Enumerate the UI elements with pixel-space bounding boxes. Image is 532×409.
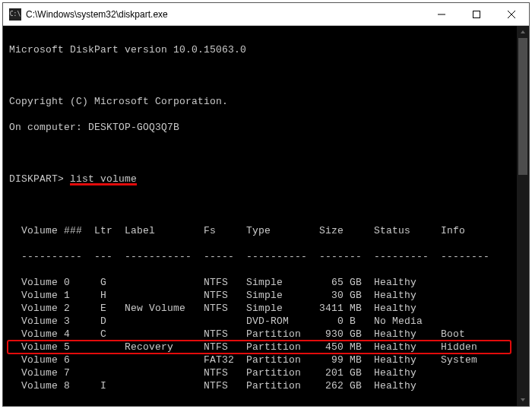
scroll-up-icon[interactable] (517, 26, 529, 38)
table-header: Volume ### Ltr Label Fs Type Size Status… (9, 224, 523, 237)
table-row: Volume 2 E New Volume NTFS Simple 3411 M… (9, 302, 523, 315)
cmd-list-volume: list volume (70, 173, 137, 185)
close-button[interactable] (494, 3, 529, 26)
blank (9, 198, 523, 211)
version-line: Microsoft DiskPart version 10.0.15063.0 (9, 43, 523, 56)
table-row: Volume 4 C NTFS Partition 930 GB Healthy… (9, 328, 523, 341)
table-row: Volume 3 D DVD-ROM 0 B No Media (9, 315, 523, 328)
vertical-scrollbar[interactable] (517, 26, 529, 406)
table-row: Volume 7 NTFS Partition 201 GB Healthy (9, 366, 523, 379)
prompt-list-volume: DISKPART> list volume (9, 173, 523, 185)
app-icon: C:\ (9, 8, 21, 21)
scroll-track[interactable] (517, 38, 529, 394)
maximize-button[interactable] (459, 3, 494, 26)
table-row: Volume 0 G NTFS Simple 65 GB Healthy (9, 276, 523, 289)
scroll-thumb[interactable] (518, 38, 527, 175)
window-title: C:\Windows\system32\diskpart.exe (26, 9, 168, 20)
titlebar[interactable]: C:\ C:\Windows\system32\diskpart.exe (3, 3, 529, 26)
blank (9, 405, 523, 406)
table-row: Volume 6 FAT32 Partition 99 MB Healthy S… (9, 354, 523, 366)
computer-line: On computer: DESKTOP-GOQ3Q7B (9, 121, 523, 134)
blank (9, 147, 523, 160)
blank (9, 69, 523, 82)
diskpart-window: C:\ C:\Windows\system32\diskpart.exe Mic… (2, 2, 530, 407)
scroll-down-icon[interactable] (517, 394, 529, 406)
copyright-line: Copyright (C) Microsoft Corporation. (9, 95, 523, 108)
table-row: Volume 1 H NTFS Simple 30 GB Healthy (9, 289, 523, 302)
svg-rect-1 (473, 11, 480, 17)
table-divider: ---------- --- ----------- ----- -------… (9, 250, 523, 263)
svg-rect-0 (438, 14, 445, 14)
minimize-button[interactable] (424, 3, 459, 26)
table-row: Volume 8 I NTFS Partition 262 GB Healthy (9, 379, 523, 392)
console-output[interactable]: Microsoft DiskPart version 10.0.15063.0 … (3, 26, 529, 406)
table-row: Volume 5 Recovery NTFS Partition 450 MB … (9, 341, 523, 354)
